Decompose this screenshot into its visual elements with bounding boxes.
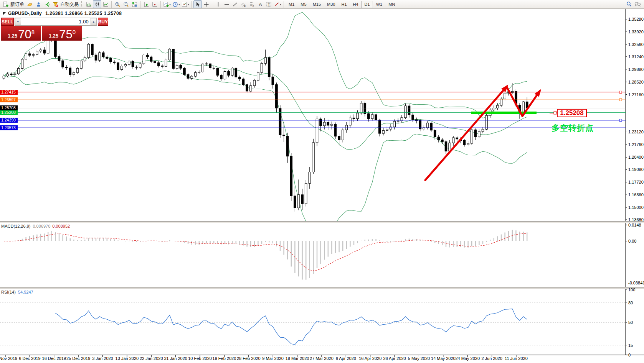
candles (3, 31, 528, 212)
time-axis-label: 6 Dec 2019 (19, 356, 40, 361)
one-click-trading-panel: SELL ▼ ▲ BUY 1.25 70 8 1.25 75 0 (1, 18, 82, 41)
price-tag: 1.27415 (0, 90, 18, 95)
rsi-line (55, 309, 527, 345)
rsi-axis-label: 0 (628, 353, 631, 357)
time-axis-label: 22 Jan 2020 (140, 356, 163, 361)
time-axis-label: 3 Jan 2020 (92, 356, 113, 361)
time-axis-label: 14 May 2020 (431, 356, 456, 361)
buy-price-small: 1.25 (49, 33, 58, 39)
volume-input[interactable] (21, 18, 91, 25)
sell-price-display[interactable]: 1.25 70 8 (1, 26, 41, 41)
time-axis-label: 31 Jan 2020 (164, 356, 187, 361)
price-axis-label: 1.28520 (628, 80, 644, 84)
price-axis-label: 1.15000 (628, 205, 644, 210)
rsi-label: RSI(14)54.9247 (1, 290, 33, 294)
time-axis-label: 2 Jun 2020 (481, 356, 502, 361)
time-axis-label: 9 Mar 2020 (262, 356, 284, 361)
buy-button[interactable]: BUY (98, 18, 108, 26)
time-axis-label: 6 Apr 2020 (336, 356, 356, 361)
price-axis-label: 1.16360 (628, 192, 644, 197)
price-tag: 1.24390 (0, 118, 18, 123)
price-axis-label: 1.29880 (628, 67, 644, 72)
trend-arrow[interactable] (425, 85, 541, 180)
mt4-window: 新订单 自动交易 ▾ ▾ ▾ E F A T ▾ M1M5M15M30H1H4D (0, 0, 644, 363)
price-axis-label: 1.20400 (628, 155, 644, 159)
time-axis-label: 27 Mar 2020 (310, 356, 334, 361)
price-annotation-box[interactable]: 1.25208 (557, 109, 587, 117)
price-axis-label: 1.31240 (628, 54, 644, 59)
time-axis-label: 24 May 2020 (455, 356, 480, 361)
time-axis-label: 18 Mar 2020 (286, 356, 309, 361)
turning-point-note[interactable]: 多空转折点 (552, 123, 594, 133)
price-axis-label: 1.13680 (628, 217, 644, 222)
sell-button[interactable]: SELL (1, 18, 14, 26)
buy-price-display[interactable]: 1.25 75 0 (42, 26, 82, 41)
price-axis-label: 1.33920 (628, 30, 644, 34)
chart-canvas[interactable] (0, 0, 644, 363)
macd-signal-line (4, 233, 527, 271)
time-axis-label: 13 Jan 2020 (116, 356, 139, 361)
time-axis-label: 16 Apr 2020 (359, 356, 381, 361)
rsi-axis-label: 100 (628, 287, 635, 292)
macd-label: MACD(12,26,9)0.0069700.008952 (1, 224, 70, 228)
time-axis-label: 26 Apr 2020 (383, 356, 406, 361)
buy-price-big: 75 (59, 29, 72, 40)
price-axis-label: 1.32560 (628, 42, 644, 47)
time-axis-label: 16 Dec 2019 (42, 356, 66, 361)
sell-price-small: 1.25 (8, 33, 17, 39)
sell-price-big: 70 (18, 29, 31, 40)
time-axis-label: 5 May 2020 (408, 356, 430, 361)
price-axis-label: 1.23120 (628, 130, 644, 134)
symbol-period-label: GBPUSD-,Daily (8, 11, 41, 16)
time-axis-label: 27 Nov 2019 (0, 356, 17, 361)
price-tag: 1.23573 (0, 125, 18, 130)
one-click-collapse-icon[interactable] (3, 12, 6, 15)
rsi-axis-label: 50 (628, 320, 633, 325)
time-axis-label: 25 Dec 2019 (66, 356, 90, 361)
rsi-axis-label: 80 (628, 301, 633, 305)
time-axis-label: 10 Feb 2020 (188, 356, 212, 361)
price-axis-label: 1.35280 (628, 17, 644, 21)
volume-decrease-button[interactable]: ▼ (15, 18, 21, 25)
sell-price-sup: 8 (31, 29, 35, 35)
rsi-axis-label: 15 (628, 343, 633, 348)
price-tag: 1.25208 (0, 110, 18, 115)
price-axis-label: 1.19080 (628, 167, 644, 172)
buy-price-sup: 0 (73, 29, 76, 35)
price-axis-label: 1.21760 (628, 142, 644, 147)
price-axis-label: 1.17720 (628, 180, 644, 184)
price-axis-label: 1.27160 (628, 92, 644, 97)
support-highlight-bar[interactable] (471, 112, 537, 114)
time-axis-label: 11 Jun 2020 (505, 356, 528, 361)
ohlc-values: 1.26381 1.26866 1.25525 1.25708 (45, 11, 122, 16)
time-axis-label: 28 Feb 2020 (237, 356, 261, 361)
volume-increase-button[interactable]: ▲ (91, 18, 97, 25)
macd-axis-label: 0.00 (628, 239, 636, 243)
price-tag: 1.25708 (0, 105, 18, 110)
macd-axis-label: -0.038415 (628, 281, 644, 285)
chart-title: GBPUSD-,Daily 1.26381 1.26866 1.25525 1.… (3, 11, 122, 16)
price-tag: 1.26597 (0, 97, 18, 102)
level-lines[interactable] (0, 91, 626, 128)
macd-histogram (4, 230, 527, 280)
time-axis-label: 19 Feb 2020 (213, 356, 236, 361)
macd-axis-label: 0.0148 (628, 223, 641, 227)
